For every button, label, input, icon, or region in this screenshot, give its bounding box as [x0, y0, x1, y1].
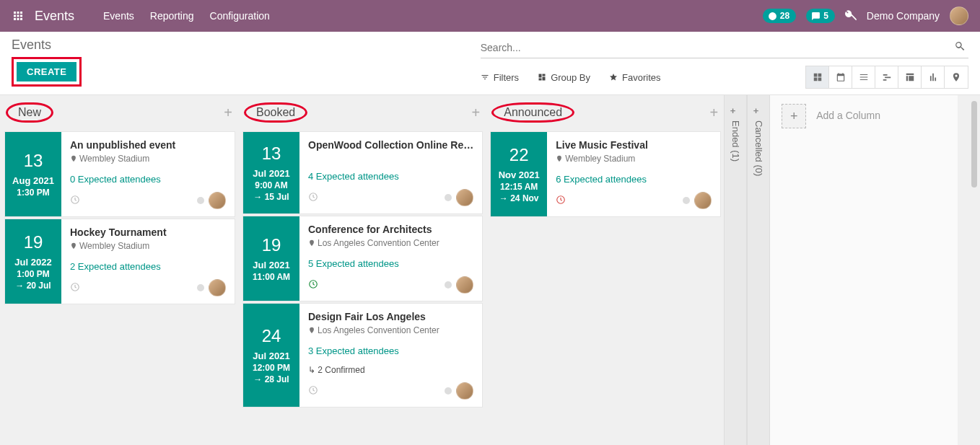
quick-create-button[interactable]: +	[224, 105, 232, 121]
card-attendees: 5 Expected attendees	[308, 258, 473, 269]
card-title: An unpublished event	[70, 139, 226, 151]
card-month: Jul 2021	[253, 260, 289, 270]
create-button[interactable]: CREATE	[17, 62, 76, 81]
event-card[interactable]: 24 Jul 2021 12:00 PM → 28 Jul Design Fai…	[242, 303, 483, 407]
responsible-avatar[interactable]	[456, 382, 473, 400]
column-title[interactable]: New	[6, 102, 53, 123]
responsible-avatar[interactable]	[456, 189, 473, 206]
search-input[interactable]	[481, 38, 968, 58]
event-card[interactable]: 13 Aug 2021 1:30 PM An unpublished event…	[4, 131, 235, 217]
groupby-button[interactable]: Group By	[538, 72, 590, 83]
card-title: Conference for Architects	[308, 224, 473, 235]
add-column-zone: + Add a Column	[770, 95, 958, 445]
card-location-text: Wembley Stadium	[79, 241, 149, 251]
messaging-badge[interactable]: 5	[806, 9, 835, 23]
card-month: Jul 2022	[14, 257, 51, 268]
favorites-button[interactable]: Favorites	[609, 72, 660, 83]
event-card[interactable]: 19 Jul 2022 1:00 PM → 20 Jul Hockey Tour…	[4, 219, 235, 304]
card-location: Wembley Stadium	[70, 154, 226, 164]
add-column-button[interactable]: +	[782, 104, 806, 128]
gantt-view-button[interactable]	[875, 66, 898, 88]
column-title[interactable]: Announced	[491, 102, 574, 123]
nav-link-configuration[interactable]: Configuration	[210, 10, 270, 22]
event-card[interactable]: 13 Jul 2021 9:00 AM → 15 Jul OpenWood Co…	[242, 131, 483, 214]
card-attendees: 6 Expected attendees	[556, 174, 712, 185]
nav-link-events[interactable]: Events	[103, 10, 134, 22]
planned-activities-badge[interactable]: 28	[763, 9, 796, 23]
user-avatar[interactable]	[950, 6, 968, 25]
card-date-block: 22 Nov 2021 12:15 AM → 24 Nov	[491, 132, 547, 216]
scrollbar[interactable]	[971, 101, 977, 441]
activity-icon[interactable]	[70, 195, 80, 207]
card-enddate: → 24 Nov	[499, 193, 539, 203]
priority-dot[interactable]	[445, 387, 452, 395]
card-date-block: 24 Jul 2021 12:00 PM → 28 Jul	[243, 304, 299, 407]
debug-icon[interactable]	[845, 9, 857, 23]
event-card[interactable]: 22 Nov 2021 12:15 AM → 24 Nov Live Music…	[490, 131, 721, 217]
responsible-avatar[interactable]	[456, 276, 473, 294]
card-day: 19	[24, 232, 43, 252]
list-view-button[interactable]	[852, 66, 875, 88]
activity-icon[interactable]	[308, 192, 318, 204]
kanban-board: New + 13 Aug 2021 1:30 PM An unpublished…	[0, 95, 980, 445]
card-day: 22	[509, 145, 529, 165]
folded-column-ended[interactable]: + Ended (1)	[724, 95, 747, 445]
card-month: Jul 2021	[253, 168, 289, 179]
folded-label: Cancelled (0)	[753, 120, 764, 176]
priority-dot[interactable]	[197, 284, 204, 291]
activity-icon[interactable]	[556, 195, 566, 207]
create-highlight: CREATE	[12, 57, 82, 87]
card-title: Live Music Festival	[556, 139, 712, 151]
card-title: Hockey Tournament	[70, 226, 226, 238]
kanban-view-button[interactable]	[806, 66, 829, 88]
nav-links: Events Reporting Configuration	[103, 10, 270, 22]
company-name[interactable]: Demo Company	[867, 10, 940, 22]
map-view-button[interactable]	[945, 66, 968, 88]
app-title: Events	[35, 9, 74, 24]
priority-dot[interactable]	[445, 194, 452, 201]
priority-dot[interactable]	[197, 197, 204, 204]
column-title[interactable]: Booked	[244, 102, 307, 123]
quick-create-button[interactable]: +	[472, 105, 481, 121]
card-enddate: → 28 Jul	[253, 374, 289, 384]
pivot-view-button[interactable]	[898, 66, 922, 88]
responsible-avatar[interactable]	[694, 192, 712, 209]
card-month: Nov 2021	[499, 169, 540, 180]
card-time: 12:00 PM	[253, 363, 290, 373]
activity-icon[interactable]	[70, 282, 80, 294]
card-location-text: Los Angeles Convention Center	[318, 238, 439, 248]
responsible-avatar[interactable]	[209, 279, 226, 296]
card-date-block: 13 Aug 2021 1:30 PM	[5, 132, 61, 216]
activity-icon[interactable]	[308, 279, 318, 291]
nav-link-reporting[interactable]: Reporting	[150, 10, 194, 22]
favorites-label: Favorites	[622, 72, 660, 83]
responsible-avatar[interactable]	[209, 192, 226, 209]
card-enddate: → 15 Jul	[253, 192, 289, 202]
priority-dot[interactable]	[683, 197, 690, 204]
kanban-column-new: New + 13 Aug 2021 1:30 PM An unpublished…	[0, 95, 238, 445]
card-day: 13	[24, 151, 43, 171]
event-card[interactable]: 19 Jul 2021 11:00 AM Conference for Arch…	[242, 216, 483, 301]
search-icon[interactable]	[954, 40, 966, 54]
card-location-text: Los Angeles Convention Center	[318, 325, 439, 335]
quick-create-button[interactable]: +	[710, 105, 719, 121]
control-panel: Events CREATE Filters Group By	[0, 32, 980, 95]
navbar-right: 28 5 Demo Company	[763, 6, 968, 25]
card-location-text: Wembley Stadium	[79, 154, 149, 164]
card-location-text: Wembley Stadium	[565, 154, 635, 164]
filters-button[interactable]: Filters	[481, 72, 519, 83]
card-day: 13	[262, 144, 281, 164]
card-location: Wembley Stadium	[70, 241, 226, 251]
messages-count: 5	[823, 11, 828, 21]
folded-column-cancelled[interactable]: + Cancelled (0)	[747, 95, 770, 445]
card-month: Aug 2021	[12, 175, 54, 186]
card-day: 24	[262, 326, 281, 346]
apps-menu-icon[interactable]	[12, 9, 25, 22]
card-day: 19	[262, 235, 281, 255]
card-title: OpenWood Collection Online Re…	[308, 139, 473, 151]
graph-view-button[interactable]	[922, 66, 945, 88]
priority-dot[interactable]	[445, 281, 452, 288]
calendar-view-button[interactable]	[829, 66, 852, 88]
planned-count: 28	[780, 11, 789, 21]
activity-icon[interactable]	[308, 385, 318, 397]
